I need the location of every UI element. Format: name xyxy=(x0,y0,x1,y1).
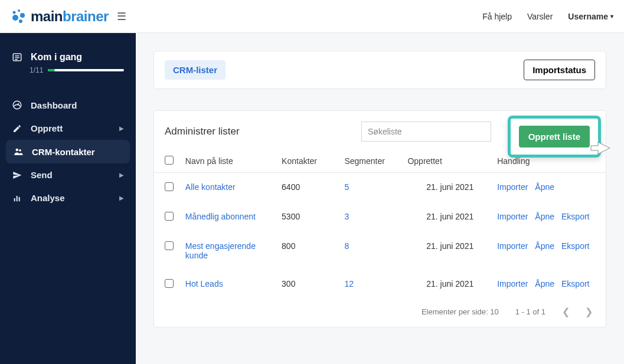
list-name-link[interactable]: Månedlig abonnent xyxy=(185,212,256,221)
svg-point-3 xyxy=(20,13,25,18)
bar-chart-icon xyxy=(12,194,22,203)
contacts-cell: 5300 xyxy=(279,202,342,232)
sidebar-item-label: Dashboard xyxy=(31,100,77,110)
segments-link[interactable]: 3 xyxy=(344,212,349,221)
progress-bar xyxy=(48,69,124,71)
row-checkbox[interactable] xyxy=(165,241,174,250)
import-link[interactable]: Importer xyxy=(497,182,528,192)
export-link[interactable]: Eksport xyxy=(561,241,589,251)
topbar-left: mainbrainer ☰ xyxy=(11,8,126,25)
getting-started-title: Kom i gang xyxy=(31,52,82,63)
contacts-cell: 800 xyxy=(279,232,342,270)
svg-point-1 xyxy=(18,9,20,12)
alerts-link[interactable]: Varsler xyxy=(527,12,553,21)
sidebar-item-analyse[interactable]: Analyse ▶ xyxy=(0,186,136,209)
import-link[interactable]: Importer xyxy=(497,212,528,221)
chevron-right-icon: ▶ xyxy=(119,172,124,178)
table-row: Alle kontakter6400521. juni 2021Importer… xyxy=(154,173,606,203)
sidebar-item-label: Analyse xyxy=(31,193,65,203)
sidebar-item-label: Send xyxy=(31,170,53,180)
col-name: Navn på liste xyxy=(183,150,279,173)
progress-count: 1/11 xyxy=(30,66,43,74)
page-range: 1 - 1 of 1 xyxy=(515,307,545,316)
prev-page-button[interactable]: ❮ xyxy=(562,306,570,317)
list-name-link[interactable]: Alle kontakter xyxy=(185,182,236,192)
logo-dots-icon xyxy=(11,8,27,25)
lists-card: Administrer lister Opprett liste Navn på… xyxy=(153,110,606,327)
caret-down-icon: ▾ xyxy=(610,13,613,19)
svg-rect-13 xyxy=(17,196,18,201)
svg-point-11 xyxy=(19,149,21,152)
username-label: Username xyxy=(568,12,608,21)
tab-crm-lists[interactable]: CRM-lister xyxy=(165,60,226,80)
svg-rect-14 xyxy=(19,197,20,201)
help-link[interactable]: Få hjelp xyxy=(482,12,512,21)
pencil-icon xyxy=(12,124,22,133)
row-checkbox[interactable] xyxy=(165,279,174,288)
segments-link[interactable]: 12 xyxy=(344,279,354,288)
col-segments: Segmenter xyxy=(342,150,405,173)
logo[interactable]: mainbrainer xyxy=(11,8,109,25)
user-menu[interactable]: Username ▾ xyxy=(568,12,613,21)
svg-point-2 xyxy=(12,15,18,21)
sidebar-item-label: CRM-kontakter xyxy=(32,147,95,157)
created-cell: 21. juni 2021 xyxy=(405,232,495,270)
chevron-right-icon: ▶ xyxy=(119,125,124,132)
open-link[interactable]: Åpne xyxy=(535,279,554,288)
import-link[interactable]: Importer xyxy=(497,241,528,251)
logo-text: mainbrainer xyxy=(31,8,109,25)
open-link[interactable]: Åpne xyxy=(535,212,554,221)
topbar-right: Få hjelp Varsler Username ▾ xyxy=(482,12,613,21)
import-link[interactable]: Importer xyxy=(497,279,528,288)
search-input[interactable] xyxy=(361,122,491,142)
list-icon xyxy=(12,52,22,63)
svg-point-4 xyxy=(19,19,22,23)
sidebar-item-crm-contacts[interactable]: CRM-kontakter xyxy=(6,140,130,163)
select-all-checkbox[interactable] xyxy=(165,156,174,165)
col-contacts: Kontakter xyxy=(279,150,342,173)
created-cell: 21. juni 2021 xyxy=(405,270,495,299)
next-page-button[interactable]: ❯ xyxy=(585,306,593,317)
segments-link[interactable]: 5 xyxy=(344,182,349,192)
svg-point-0 xyxy=(13,11,16,14)
segments-link[interactable]: 8 xyxy=(344,241,349,251)
list-name-link[interactable]: Mest engasjerende kunde xyxy=(185,241,256,260)
create-list-button[interactable]: Opprett liste xyxy=(519,126,590,147)
lists-table: Navn på liste Kontakter Segmenter Oppret… xyxy=(154,150,606,299)
users-icon xyxy=(13,146,24,157)
contacts-cell: 6400 xyxy=(279,173,342,203)
gauge-icon xyxy=(12,100,22,110)
sidebar-item-label: Opprett xyxy=(31,123,63,133)
sidebar-item-create[interactable]: Opprett ▶ xyxy=(0,117,136,140)
chevron-right-icon: ▶ xyxy=(119,195,124,201)
table-row: Hot Leads3001221. juni 2021ImporterÅpneE… xyxy=(154,270,606,299)
contacts-cell: 300 xyxy=(279,270,342,299)
row-checkbox[interactable] xyxy=(165,212,174,221)
sidebar-item-send[interactable]: Send ▶ xyxy=(0,163,136,186)
table-row: Månedlig abonnent5300321. juni 2021Impor… xyxy=(154,202,606,232)
pointer-arrow-icon xyxy=(586,140,610,156)
created-cell: 21. juni 2021 xyxy=(405,173,495,203)
per-page-label: Elementer per side: 10 xyxy=(422,307,499,316)
svg-point-10 xyxy=(16,149,19,152)
import-status-button[interactable]: Importstatus xyxy=(524,60,595,80)
export-link[interactable]: Eksport xyxy=(561,212,589,221)
table-row: Mest engasjerende kunde800821. juni 2021… xyxy=(154,232,606,270)
content-area: CRM-lister Importstatus Administrer list… xyxy=(136,33,624,364)
col-created: Opprettet xyxy=(405,150,495,173)
open-link[interactable]: Åpne xyxy=(535,182,554,192)
list-name-link[interactable]: Hot Leads xyxy=(185,279,223,288)
sidebar-getting-started[interactable]: Kom i gang 1/11 xyxy=(0,45,136,85)
create-list-highlight: Opprett liste xyxy=(508,116,601,158)
lists-title: Administrer lister xyxy=(165,126,240,137)
sidebar: Kom i gang 1/11 Dashboard Opprett ▶ xyxy=(0,33,136,364)
progress-row: 1/11 xyxy=(12,66,124,74)
export-link[interactable]: Eksport xyxy=(561,279,589,288)
svg-rect-12 xyxy=(14,198,15,201)
page-header-card: CRM-lister Importstatus xyxy=(153,51,606,89)
pagination: Elementer per side: 10 1 - 1 of 1 ❮ ❯ xyxy=(154,299,606,327)
menu-toggle-icon[interactable]: ☰ xyxy=(117,10,126,23)
row-checkbox[interactable] xyxy=(165,182,174,191)
open-link[interactable]: Åpne xyxy=(535,241,554,251)
sidebar-item-dashboard[interactable]: Dashboard xyxy=(0,93,136,117)
